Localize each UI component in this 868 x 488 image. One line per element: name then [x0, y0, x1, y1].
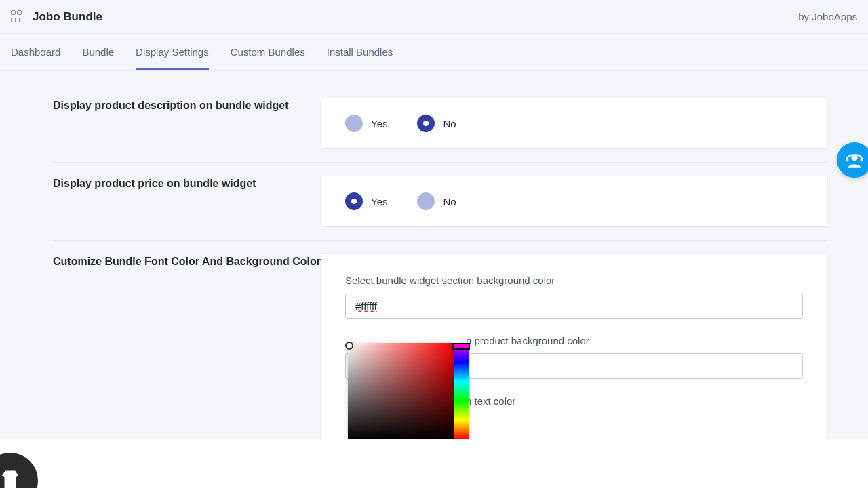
app-byline: by JoboApps	[798, 11, 857, 22]
radio-dot-icon	[417, 115, 435, 132]
svg-rect-1	[846, 158, 849, 162]
tab-install-bundles[interactable]: Install Bundles	[327, 34, 393, 70]
shirt-icon	[0, 469, 20, 488]
tab-custom-bundles[interactable]: Custom Bundles	[231, 34, 305, 70]
radio-group-price: Yes No	[345, 192, 803, 210]
tab-bar: Dashboard Bundle Display Settings Custom…	[0, 34, 868, 71]
radio-label: No	[443, 196, 456, 207]
apps-grid-icon	[11, 10, 24, 24]
radio-price-no[interactable]: No	[417, 192, 456, 210]
bg-color-input[interactable]	[345, 293, 803, 319]
radio-group-description: Yes No	[345, 115, 803, 132]
setting-row-price: Display product price on bundle widget Y…	[53, 163, 827, 241]
bottom-whitespace	[0, 439, 868, 488]
radio-desc-no[interactable]: No	[417, 115, 456, 132]
app-header: Jobo Bundle by JoboApps	[0, 0, 868, 34]
field-label-bg: Select bundle widget section background …	[345, 274, 803, 286]
radio-label: Yes	[371, 196, 387, 207]
tab-display-settings[interactable]: Display Settings	[136, 34, 209, 70]
setting-card: Yes No	[321, 98, 827, 148]
radio-label: Yes	[371, 118, 387, 129]
support-fab[interactable]	[837, 142, 868, 178]
color-picker-sv-handle-icon[interactable]	[345, 342, 353, 350]
setting-label: Display product description on bundle wi…	[53, 98, 321, 148]
support-agent-icon	[845, 150, 864, 169]
radio-dot-icon	[345, 115, 363, 132]
radio-dot-icon	[417, 192, 435, 210]
radio-label: No	[443, 118, 456, 129]
setting-label: Display product price on bundle widget	[53, 176, 321, 226]
svg-rect-2	[861, 158, 863, 162]
setting-row-description: Display product description on bundle wi…	[53, 85, 827, 163]
color-picker-saturation-panel[interactable]	[348, 343, 454, 439]
color-picker-hue-slider[interactable]	[454, 343, 469, 439]
setting-card: Yes No	[321, 176, 827, 226]
radio-price-yes[interactable]: Yes	[345, 192, 387, 210]
app-title: Jobo Bundle	[33, 10, 102, 24]
header-left: Jobo Bundle	[11, 10, 102, 24]
tab-bundle[interactable]: Bundle	[82, 34, 114, 70]
tab-dashboard[interactable]: Dashboard	[11, 34, 60, 70]
radio-desc-yes[interactable]: Yes	[345, 115, 387, 132]
radio-dot-icon	[345, 192, 363, 210]
setting-label: Cutomize Bundle Font Color And Backgroun…	[53, 254, 321, 439]
color-picker-popup[interactable]	[348, 343, 469, 439]
